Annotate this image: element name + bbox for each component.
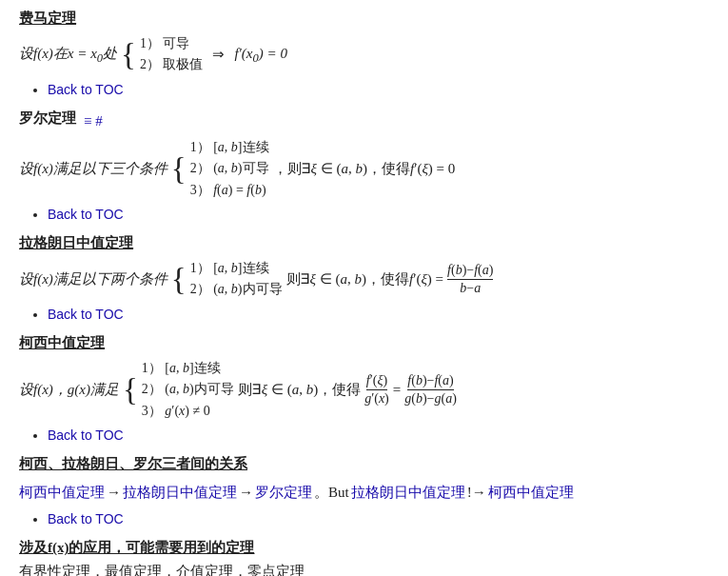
- cauchy-numer-left: f′(ξ): [366, 373, 387, 389]
- lagrange-toc-list: Back to TOC: [48, 307, 709, 323]
- lagrange-section: 拉格朗日中值定理 设f(x)满足以下两个条件 { 1） [a, b]连续 2） …: [19, 234, 709, 323]
- rolle-cond1: 1） [a, b]连续: [190, 137, 269, 158]
- cauchy-cond2: 2） (a, b)内可导: [142, 379, 234, 400]
- relation-toc-item: Back to TOC: [48, 511, 709, 527]
- rolle-comma: ，则∃ξ ∈ (a, b)，使得f′(ξ) = 0: [273, 155, 456, 183]
- cauchy-then: 则∃ξ ∈ (a, b)，使得: [238, 376, 361, 404]
- lagrange-conditions: 1） [a, b]连续 2） (a, b)内可导: [190, 258, 283, 301]
- cauchy-link[interactable]: 柯西中值定理: [19, 479, 105, 506]
- application-section: 涉及f(x)的应用，可能需要用到的定理 有界性定理，最值定理，介值定理，零点定理: [19, 539, 709, 576]
- cauchy-toc-link[interactable]: Back to TOC: [48, 427, 124, 443]
- rolle-text: 设f(x)满足以下三个条件: [19, 155, 167, 183]
- lagrange-fraction: f(b)−f(a) b−a: [447, 263, 493, 295]
- lagrange-then: 则∃ξ ∈ (a, b)，使得f′(ξ) =: [286, 266, 444, 293]
- cauchy-cond1: 1） [a, b]连续: [142, 358, 234, 379]
- lagrange-toc-item: Back to TOC: [48, 307, 709, 323]
- fermat-text: 设f(x)在x = x0处: [19, 40, 117, 70]
- rolle-formula: 设f(x)满足以下三个条件 { 1） [a, b]连续 2） (a, b)可导 …: [19, 137, 709, 201]
- cauchy-title: 柯西中值定理: [19, 334, 709, 352]
- fermat-result: f′(x0) = 0: [234, 40, 287, 70]
- cauchy-link2[interactable]: 柯西中值定理: [488, 479, 574, 506]
- fermat-toc-link[interactable]: Back to TOC: [48, 82, 124, 97]
- fermat-brace-left: {: [121, 39, 136, 70]
- but-text: 。But: [314, 479, 349, 506]
- relation-formula: 柯西中值定理 → 拉格朗日中值定理 → 罗尔定理 。But 拉格朗日中值定理 !…: [19, 479, 709, 506]
- fermat-conditions: 1） 可导 2） 取极值: [140, 33, 204, 76]
- fermat-section: 费马定理 设f(x)在x = x0处 { 1） 可导 2） 取极值 ⇒ f′(x…: [19, 10, 709, 98]
- lagrange-numer: f(b)−f(a): [447, 263, 493, 279]
- lagrange-cond1: 1） [a, b]连续: [190, 258, 283, 279]
- rolle-hash-link[interactable]: ≡ #: [84, 113, 103, 129]
- relation-title: 柯西、拉格朗日、罗尔三者间的关系: [19, 455, 709, 473]
- rolle-conditions: 1） [a, b]连续 2） (a, b)可导 3） f(a) = f(b): [190, 137, 269, 201]
- rolle-brace-left: {: [171, 153, 187, 185]
- cauchy-eq: =: [393, 376, 401, 404]
- rolle-link[interactable]: 罗尔定理: [255, 479, 312, 506]
- cauchy-formula: 设f(x)，g(x)满足 { 1） [a, b]连续 2） (a, b)内可导 …: [19, 358, 709, 422]
- relation-section: 柯西、拉格朗日、罗尔三者间的关系 柯西中值定理 → 拉格朗日中值定理 → 罗尔定…: [19, 455, 709, 528]
- lagrange-text: 设f(x)满足以下两个条件: [19, 266, 167, 293]
- relation-toc-link[interactable]: Back to TOC: [48, 511, 124, 526]
- cauchy-denom-right: g(b)−g(a): [404, 390, 457, 406]
- rolle-section: 罗尔定理 ≡ # 设f(x)满足以下三个条件 { 1） [a, b]连续 2） …: [19, 109, 709, 223]
- arrow2: →: [239, 479, 253, 506]
- cauchy-cond3: 3） g′(x) ≠ 0: [142, 401, 234, 422]
- arrow1: →: [107, 479, 121, 506]
- fermat-brace: { 1） 可导 2） 取极值: [121, 33, 203, 76]
- rolle-toc-list: Back to TOC: [48, 207, 709, 223]
- lagrange-brace-left: {: [171, 264, 187, 295]
- cauchy-brace-left: {: [123, 374, 138, 406]
- fermat-cond2: 2） 取极值: [140, 54, 204, 75]
- lagrange-link[interactable]: 拉格朗日中值定理: [123, 479, 237, 506]
- lagrange-toc-link[interactable]: Back to TOC: [48, 307, 124, 322]
- not-arrow: !→: [467, 479, 486, 506]
- fermat-formula: 设f(x)在x = x0处 { 1） 可导 2） 取极值 ⇒ f′(x0) = …: [19, 33, 709, 76]
- cauchy-fraction-left: f′(ξ) g′(x): [364, 373, 389, 406]
- cauchy-fraction-right: f(b)−f(a) g(b)−g(a): [404, 373, 457, 406]
- lagrange-brace: { 1） [a, b]连续 2） (a, b)内可导: [171, 258, 283, 301]
- cauchy-numer-right: f(b)−f(a): [407, 373, 453, 389]
- relation-toc-list: Back to TOC: [48, 511, 709, 527]
- cauchy-toc-list: Back to TOC: [48, 427, 709, 444]
- rolle-header: 罗尔定理 ≡ #: [19, 109, 709, 133]
- lagrange-cond2: 2） (a, b)内可导: [190, 279, 283, 300]
- fermat-cond1: 1） 可导: [140, 33, 204, 54]
- application-content: 有界性定理，最值定理，介值定理，零点定理: [19, 563, 709, 576]
- rolle-toc-link[interactable]: Back to TOC: [48, 207, 124, 222]
- application-title: 涉及f(x)的应用，可能需要用到的定理: [19, 539, 709, 557]
- fermat-toc-list: Back to TOC: [48, 82, 709, 98]
- cauchy-conditions: 1） [a, b]连续 2） (a, b)内可导 3） g′(x) ≠ 0: [142, 358, 234, 422]
- lagrange-title: 拉格朗日中值定理: [19, 234, 709, 252]
- fermat-toc-item: Back to TOC: [48, 82, 709, 98]
- rolle-brace: { 1） [a, b]连续 2） (a, b)可导 3） f(a) = f(b): [171, 137, 269, 201]
- rolle-cond2: 2） (a, b)可导: [190, 158, 269, 179]
- cauchy-text: 设f(x)，g(x)满足: [19, 376, 119, 404]
- lagrange-denom: b−a: [460, 280, 481, 295]
- cauchy-brace: { 1） [a, b]连续 2） (a, b)内可导 3） g′(x) ≠ 0: [123, 358, 234, 422]
- rolle-cond3: 3） f(a) = f(b): [190, 180, 269, 201]
- cauchy-toc-item: Back to TOC: [48, 427, 709, 444]
- rolle-title: 罗尔定理: [19, 109, 76, 128]
- cauchy-denom-left: g′(x): [364, 390, 389, 406]
- lagrange-formula: 设f(x)满足以下两个条件 { 1） [a, b]连续 2） (a, b)内可导…: [19, 258, 709, 301]
- fermat-title: 费马定理: [19, 10, 709, 28]
- fermat-arrow: ⇒: [212, 41, 225, 69]
- cauchy-section: 柯西中值定理 设f(x)，g(x)满足 { 1） [a, b]连续 2） (a,…: [19, 334, 709, 444]
- lagrange-link2[interactable]: 拉格朗日中值定理: [351, 479, 465, 506]
- rolle-toc-item: Back to TOC: [48, 207, 709, 223]
